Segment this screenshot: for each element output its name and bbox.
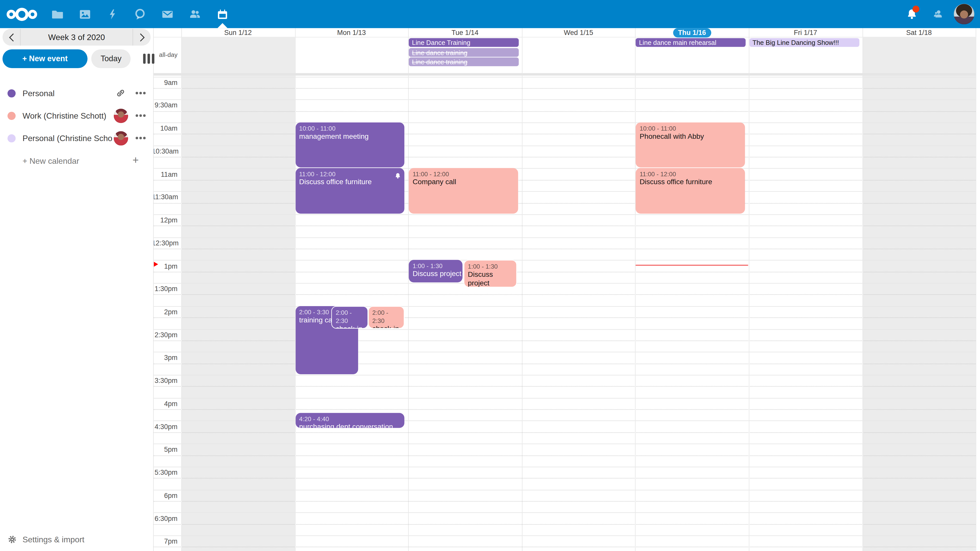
allday-event[interactable]: The Big Line Dancing Show!!! [749,38,859,47]
view-switcher-button[interactable] [141,51,157,66]
time-gutter-label: 10:30am [152,148,177,155]
active-app-indicator [218,23,228,28]
event-title: Discuss project announcement [468,271,513,287]
event-time: 2:00 - 2:30 [372,308,400,325]
gridline-halfhour [153,168,976,169]
event[interactable]: 2:00 - 2:30check-in [368,306,404,328]
notification-dot [913,6,920,13]
new-calendar-button[interactable]: + New calendar + [0,149,153,171]
lightning-icon [106,7,119,21]
day-header-thu[interactable]: Thu 1/16 [635,28,749,37]
column-divider [976,28,976,551]
day-header-label: Sat 1/18 [906,29,932,36]
day-header-tue[interactable]: Tue 1/14 [408,28,522,37]
calendar-list-item[interactable]: Personal (Christine Scho... [0,127,153,149]
event[interactable]: 11:00 - 12:00Discuss office furniture [295,168,404,213]
app-activity[interactable] [99,0,126,28]
gridline-halfhour [153,513,976,513]
topbar-right [899,0,980,28]
gridline-quarter [153,501,976,502]
new-event-button[interactable]: + New event [3,49,88,68]
week-label[interactable]: Week 3 of 2020 [21,29,132,46]
day-header-wed[interactable]: Wed 1/15 [522,28,635,37]
app-photos[interactable] [71,0,99,28]
gridline-halfhour [153,283,976,284]
weekend-shading [181,37,295,551]
time-gutter-label: 5:30pm [152,468,177,476]
calendar-actions-menu[interactable] [133,114,148,117]
app-mail[interactable] [154,0,181,28]
chevron-left-icon [8,33,14,41]
calendar-color-dot[interactable] [7,111,16,120]
allday-event[interactable]: Line dance main rehearsal [636,38,746,47]
nextcloud-logo[interactable] [0,6,44,22]
calendar-actions-menu[interactable] [133,92,148,94]
event-title: Discuss project announcement [413,270,459,279]
event[interactable]: 4:20 - 4:40purchasing dept conversation [295,413,404,428]
app-contacts[interactable] [181,0,209,28]
allday-event[interactable]: Line dance training [409,48,519,57]
sidebar: Week 3 of 2020 + New event Today Persona… [0,28,154,551]
time-gutter-label: 11:30am [152,193,177,201]
share-link-icon[interactable] [113,86,128,101]
event[interactable]: 2:00 - 2:30check-in [331,306,368,328]
day-header-fri[interactable]: Fri 1/17 [749,28,862,37]
time-gutter-label: 9am [152,79,177,86]
gridline-quarter [153,249,976,249]
app-calendar-active[interactable] [209,0,236,28]
gridline-quarter [153,180,976,180]
gridline-halfhour [153,122,976,123]
column-divider [522,28,522,551]
gridline-halfhour [153,535,976,536]
gridline-halfhour [153,444,976,444]
day-header-mon[interactable]: Mon 1/13 [295,28,408,37]
app-files[interactable] [44,0,71,28]
calendar-color-dot[interactable] [7,134,16,142]
gridline-quarter [153,88,976,89]
calendar-name: Personal (Christine Scho... [22,133,113,143]
event-title: Discuss office furniture [299,178,401,187]
event[interactable]: 1:00 - 1:30Discuss project announcement [409,260,463,283]
event[interactable]: 10:00 - 11:00Phonecall with Abby [636,122,745,168]
day-header-sun[interactable]: Sun 1/12 [181,28,295,37]
allday-event[interactable]: Line Dance Training [409,38,519,47]
gridline-halfhour [153,145,976,146]
calendar-color-dot[interactable] [7,89,16,97]
previous-week-button[interactable] [3,29,20,46]
top-navbar [0,0,980,28]
app-talk[interactable] [126,0,154,28]
settings-import-button[interactable]: Settings & import [0,532,153,546]
time-gutter-label: 12pm [152,216,177,224]
event[interactable]: 1:00 - 1:30Discuss project announcement [463,260,517,287]
shared-by-avatar [113,108,128,123]
day-header-sat[interactable]: Sat 1/18 [862,28,976,37]
time-gutter-label: 9:30am [152,102,177,109]
next-week-button[interactable] [133,29,151,46]
column-divider [295,28,295,551]
talk-bubble-icon [133,7,147,21]
calendar-icon [216,7,229,21]
gridline-halfhour [153,398,976,398]
gear-icon [7,534,17,544]
event[interactable]: 11:00 - 12:00Discuss office furniture [636,168,745,213]
notifications-button[interactable] [899,0,925,28]
gridline-quarter [153,134,976,135]
time-gutter-label: 4pm [152,400,177,407]
calendar-list-item[interactable]: Personal [0,82,153,104]
current-time-line [635,265,748,266]
today-button[interactable]: Today [91,49,131,68]
calendar-actions-menu[interactable] [133,137,148,139]
user-avatar[interactable] [954,4,974,24]
sidebar-actions: + New event Today [3,49,157,68]
calendar-list-item[interactable]: Work (Christine Schott) [0,104,153,127]
contacts-menu-button[interactable] [925,0,951,28]
event[interactable]: 10:00 - 11:00management meeting [295,122,404,168]
gridline-quarter [153,318,976,318]
nextcloud-logo-icon [6,6,38,22]
event-time: 10:00 - 11:00 [299,124,401,132]
gridline-halfhour [153,467,976,467]
gridline-quarter [153,340,976,341]
current-time-arrow [154,262,158,267]
allday-event[interactable]: Line dance training [409,58,519,67]
event[interactable]: 11:00 - 12:00Company call [409,168,518,213]
